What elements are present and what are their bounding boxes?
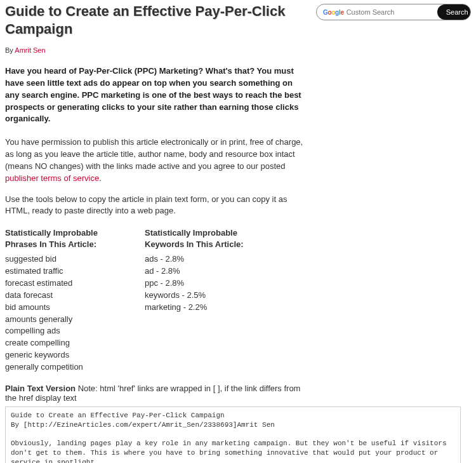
search-input[interactable] bbox=[344, 8, 437, 16]
phrases-column: Statistically Improbable Phrases In This… bbox=[5, 227, 132, 373]
phrase-item: generic keywords bbox=[5, 349, 132, 361]
google-logo-icon: Google bbox=[317, 9, 344, 16]
phrases-heading: Statistically Improbable Phrases In This… bbox=[5, 227, 132, 250]
phrase-item: bid amounts bbox=[5, 302, 132, 314]
phrase-item: data forecast bbox=[5, 290, 132, 302]
phrase-item: generally competition bbox=[5, 361, 132, 373]
phrase-item: create compelling bbox=[5, 337, 132, 349]
permission-text-post: . bbox=[99, 173, 102, 183]
permission-text-pre: You have permission to publish this arti… bbox=[5, 137, 303, 171]
stats-section: Statistically Improbable Phrases In This… bbox=[5, 227, 308, 373]
search-button[interactable]: Search bbox=[437, 4, 471, 20]
byline: By Amrit Sen bbox=[5, 46, 308, 54]
plain-text-version-label: Plain Text Version Note: html 'href' lin… bbox=[5, 384, 308, 403]
page-title: Guide to Create an Effective Pay-Per-Cli… bbox=[5, 3, 308, 37]
author-link[interactable]: Amrit Sen bbox=[15, 46, 45, 54]
intro-paragraph: Have you heard of Pay-Per-Click (PPC) Ma… bbox=[5, 65, 308, 125]
keyword-item: keywords - 2.5% bbox=[145, 290, 272, 302]
keyword-item: ppc - 2.8% bbox=[145, 278, 272, 290]
tools-paragraph: Use the tools below to copy the article … bbox=[5, 194, 308, 218]
keyword-item: ad - 2.8% bbox=[145, 265, 272, 278]
phrase-item: compelling ads bbox=[5, 325, 132, 337]
permission-paragraph: You have permission to publish this arti… bbox=[5, 137, 308, 184]
ptv-bold: Plain Text Version bbox=[5, 384, 76, 393]
keyword-item: marketing - 2.2% bbox=[145, 302, 272, 314]
phrase-item: estimated traffic bbox=[5, 265, 132, 278]
publisher-terms-link[interactable]: publisher terms of service bbox=[5, 173, 99, 183]
phrase-item: amounts generally bbox=[5, 314, 132, 326]
byline-prefix: By bbox=[5, 46, 15, 54]
keywords-column: Statistically Improbable Keywords In Thi… bbox=[145, 227, 272, 373]
search-box: Google Search bbox=[316, 4, 471, 20]
keywords-heading: Statistically Improbable Keywords In Thi… bbox=[145, 227, 272, 250]
phrase-item: suggested bid bbox=[5, 253, 132, 265]
phrase-item: forecast estimated bbox=[5, 278, 132, 290]
keyword-item: ads - 2.8% bbox=[145, 253, 272, 265]
